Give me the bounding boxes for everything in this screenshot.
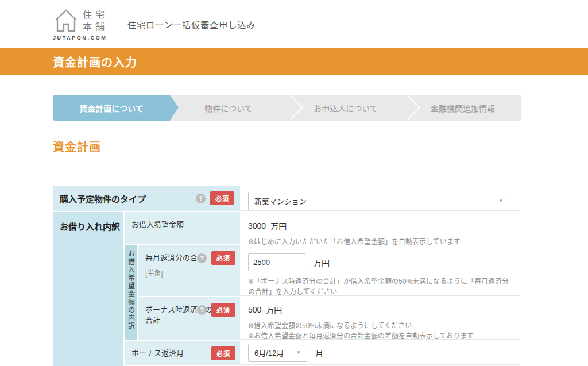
bonus-month-selected-value: 6月/12月 — [254, 347, 284, 358]
monthly-repayment-unit: 万円 — [314, 257, 330, 268]
step-label: お申込人について — [314, 102, 378, 114]
logo-text-line1: 住宅 — [83, 9, 108, 21]
step-label: 物件について — [204, 102, 253, 114]
step-funding-plan[interactable]: 資金計画について — [53, 95, 170, 121]
bonus-month-value-cell: 6月/12月 ▼ 月 — [241, 341, 520, 365]
monthly-repayment-label-cell: 毎月返済分の合計 [半角] ? 必須 — [138, 245, 240, 296]
logo-text: 住宅 本舗 — [83, 9, 108, 33]
bonus-month-unit: 月 — [315, 347, 323, 359]
bonus-repayment-note1: ※借入希望金額の50%未満になるようにしてください — [248, 321, 509, 331]
bonus-month-select[interactable]: 6月/12月 ▼ — [248, 344, 307, 362]
house-logo-icon — [53, 8, 79, 33]
property-type-value-cell: 新築マンション ▼ — [241, 186, 520, 211]
desired-amount-label: お借入希望金額 — [131, 219, 199, 230]
help-icon[interactable]: ? — [197, 305, 207, 315]
bonus-repayment-value: 500 — [248, 305, 261, 314]
breakdown-strip-cell: お借入希望金額の内訳 — [125, 245, 137, 340]
page-title-box: 住宅ローン一括仮審査申し込み — [123, 10, 262, 38]
monthly-repayment-note: ※「ボーナス時返済分の合計」が借入希望金額の50%未満になるように「毎月返済分の… — [248, 276, 509, 297]
step-bank-info[interactable]: 金融機関追加情報 — [404, 95, 521, 121]
section-title: 資金計画 — [53, 138, 588, 155]
required-badge: 必須 — [211, 346, 235, 360]
required-badge: 必須 — [211, 251, 235, 265]
site-logo[interactable]: 住宅 本舗 JUTAPON.COM — [53, 8, 108, 41]
desired-amount-value-cell: 3000 万円 ※はじめに入力いただいた「お借入希望金額」を自動表示しています — [241, 212, 520, 244]
bonus-month-label-cell: ボーナス返済月 必須 — [125, 341, 240, 365]
bonus-repayment-note2: ※お借入希望金額と毎月返済分の合計金額の差額を自動表示しております — [248, 331, 509, 341]
required-badge: 必須 — [211, 303, 235, 317]
banner-title: 資金計画の入力 — [53, 53, 137, 70]
monthly-repayment-value-cell: 万円 ※「ボーナス時返済分の合計」が借入希望金額の50%未満になるように「毎月返… — [241, 245, 520, 296]
monthly-repayment-input[interactable] — [248, 253, 305, 271]
section-banner: 資金計画の入力 — [0, 48, 588, 75]
progress-steps: 資金計画について 物件について お申込人について 金融機関追加情報 — [53, 95, 521, 121]
monthly-repayment-hint: [半角] — [145, 268, 240, 278]
caret-down-icon: ▼ — [498, 198, 503, 203]
help-icon[interactable]: ? — [196, 194, 206, 203]
help-icon[interactable]: ? — [197, 253, 207, 263]
borrowing-section-label: お借り入れ内訳 — [60, 222, 120, 232]
caret-down-icon: ▼ — [296, 350, 301, 355]
bonus-repayment-value-cell: 500 万円 ※借入希望金額の50%未満になるようにしてください ※お借入希望金… — [241, 297, 520, 340]
desired-amount-unit: 万円 — [270, 220, 287, 232]
header: 住宅 本舗 JUTAPON.COM 住宅ローン一括仮審査申し込み — [0, 0, 588, 48]
required-badge: 必須 — [210, 191, 234, 205]
borrowing-section-label-cell: お借り入れ内訳 — [53, 212, 123, 366]
logo-domain: JUTAPON.COM — [53, 35, 108, 41]
property-type-label-cell: 購入予定物件のタイプ ? 必須 — [53, 186, 240, 211]
page-title: 住宅ローン一括仮審査申し込み — [127, 18, 256, 30]
bonus-repayment-label-cell: ボーナス時返済分の合計 ? 必須 — [138, 297, 240, 340]
funding-plan-form: 購入予定物件のタイプ ? 必須 新築マンション ▼ お借り入れ内訳 お借入希望金… — [53, 186, 523, 366]
desired-amount-label-cell: お借入希望金額 — [125, 212, 240, 244]
logo-text-line2: 本舗 — [83, 21, 108, 33]
step-label: 金融機関追加情報 — [431, 102, 495, 114]
step-property[interactable]: 物件について — [170, 95, 287, 121]
property-type-selected-value: 新築マンション — [254, 195, 307, 206]
property-type-label: 購入予定物件のタイプ — [60, 192, 196, 205]
step-arrow-icon — [170, 95, 179, 120]
desired-amount-value: 3000 — [248, 221, 266, 230]
step-label: 資金計画について — [79, 102, 144, 114]
bonus-repayment-unit: 万円 — [266, 304, 282, 315]
breakdown-strip-label: お借入希望金額の内訳 — [126, 250, 136, 340]
property-type-select[interactable]: 新築マンション ▼ — [248, 192, 509, 210]
step-applicant[interactable]: お申込人について — [287, 95, 404, 121]
